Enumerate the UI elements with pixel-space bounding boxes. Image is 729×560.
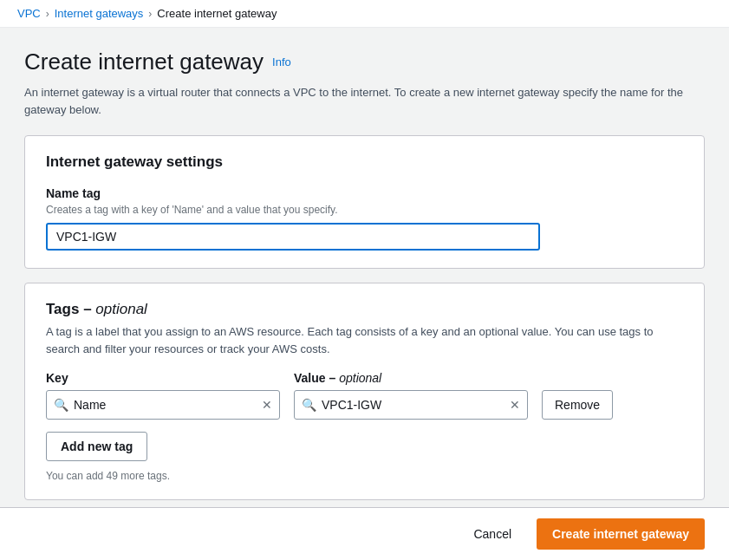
info-link[interactable]: Info bbox=[272, 55, 291, 68]
page-title: Create internet gateway bbox=[24, 49, 264, 75]
tag-key-col: Key 🔍 ✕ bbox=[46, 371, 280, 420]
breadcrumb-sep-2: › bbox=[148, 8, 152, 20]
name-tag-label: Name tag bbox=[46, 186, 683, 200]
value-search-icon: 🔍 bbox=[302, 398, 316, 412]
settings-card-title: Internet gateway settings bbox=[46, 153, 683, 171]
breadcrumb-vpc[interactable]: VPC bbox=[17, 7, 41, 20]
key-search-icon: 🔍 bbox=[54, 398, 68, 412]
tag-value-input-wrap: 🔍 ✕ bbox=[294, 390, 528, 420]
name-tag-hint: Creates a tag with a key of 'Name' and a… bbox=[46, 204, 683, 216]
breadcrumb-current: Create internet gateway bbox=[157, 7, 277, 20]
breadcrumb-sep-1: › bbox=[46, 8, 49, 20]
tag-key-input-wrap: 🔍 ✕ bbox=[46, 390, 280, 420]
breadcrumb-internet-gateways[interactable]: Internet gateways bbox=[55, 7, 144, 20]
tags-card: Tags – optional A tag is a label that yo… bbox=[24, 283, 705, 500]
tag-key-label: Key bbox=[46, 371, 280, 385]
key-clear-icon[interactable]: ✕ bbox=[262, 398, 272, 412]
tags-description: A tag is a label that you assign to an A… bbox=[46, 323, 683, 357]
breadcrumb: VPC › Internet gateways › Create interne… bbox=[0, 0, 729, 28]
value-clear-icon[interactable]: ✕ bbox=[510, 398, 520, 412]
tag-value-input[interactable] bbox=[322, 398, 506, 412]
remove-tag-button[interactable]: Remove bbox=[542, 390, 613, 420]
tag-value-label: Value – optional bbox=[294, 371, 528, 385]
cancel-button[interactable]: Cancel bbox=[459, 518, 526, 550]
action-bar: Cancel Create internet gateway bbox=[0, 507, 729, 560]
settings-card: Internet gateway settings Name tag Creat… bbox=[24, 135, 705, 269]
tags-columns: Key 🔍 ✕ Value – optional 🔍 ✕ bbox=[46, 371, 683, 420]
add-new-tag-button[interactable]: Add new tag bbox=[46, 432, 147, 461]
tag-key-input[interactable] bbox=[74, 398, 258, 412]
create-internet-gateway-button[interactable]: Create internet gateway bbox=[537, 518, 705, 550]
page-description: An internet gateway is a virtual router … bbox=[24, 84, 705, 118]
name-tag-input[interactable] bbox=[46, 223, 540, 251]
main-content: Create internet gateway Info An internet… bbox=[0, 28, 729, 560]
tag-value-col: Value – optional 🔍 ✕ bbox=[294, 371, 528, 420]
tags-footer-note: You can add 49 more tags. bbox=[46, 470, 683, 482]
tags-card-title: Tags – optional bbox=[46, 301, 683, 318]
page-title-row: Create internet gateway Info bbox=[24, 49, 705, 75]
